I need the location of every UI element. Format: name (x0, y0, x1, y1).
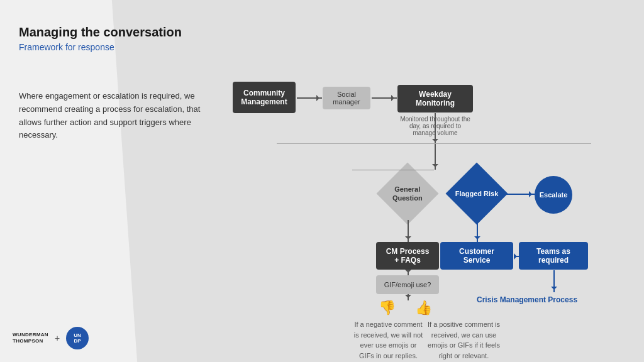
arrow-sm-to-wm (372, 97, 397, 99)
weekday-monitoring-box: Weekday Monitoring (397, 85, 473, 112)
wunderman-thompson-logo: WUNDERMAN THOMPSON (13, 332, 48, 344)
arrow-cm-to-gif (408, 270, 409, 275)
gif-emoji-box: GIF/emoji use? (376, 275, 439, 294)
description-text: Where engagement or escalation is requir… (19, 90, 220, 142)
arrow-wm-down (435, 113, 436, 145)
social-manager-box: Social manager (323, 87, 370, 109)
flagged-risk-diamond: Flagged Risk (452, 168, 502, 219)
arrow-gq-down (408, 220, 409, 242)
arrow-teams-down (553, 270, 555, 292)
divider-line (277, 143, 591, 144)
escalate-circle: Escalate (535, 176, 572, 214)
arrow-cm-to-sm (297, 97, 322, 99)
arrow-divider-down (435, 145, 436, 170)
footer: WUNDERMAN THOMPSON + UN DP (13, 327, 89, 349)
negative-note: If a negative comment is received, we wi… (352, 319, 425, 361)
general-question-diamond: General Question (382, 168, 433, 219)
arrow-fr-to-escalate (503, 194, 535, 195)
plus-separator: + (55, 333, 60, 343)
teams-required-box: Teams as required (519, 242, 588, 270)
page-title: Managing the conversation (19, 25, 220, 40)
undp-logo: UN DP (66, 327, 89, 349)
crisis-management-text: Crisis Management Process (477, 295, 577, 304)
positive-note: If a positive comment is received, we ca… (428, 319, 500, 361)
cm-process-box: CM Process + FAQs (376, 242, 439, 270)
arrow-gif-down (408, 294, 409, 300)
arrow-fr-to-cs (477, 220, 478, 242)
page-subtitle: Framework for response (19, 42, 220, 52)
left-section: Managing the conversation Framework for … (19, 25, 220, 142)
customer-service-box: Customer Service (440, 242, 513, 270)
split-line (352, 170, 434, 170)
arrow-cs-to-teams (514, 256, 519, 257)
thumbs-up-icon: 👍 (415, 300, 432, 316)
flowchart: Community Management Social manager Week… (226, 50, 629, 339)
thumbs-down-icon: 👎 (379, 300, 396, 316)
community-management-box: Community Management (233, 82, 296, 113)
